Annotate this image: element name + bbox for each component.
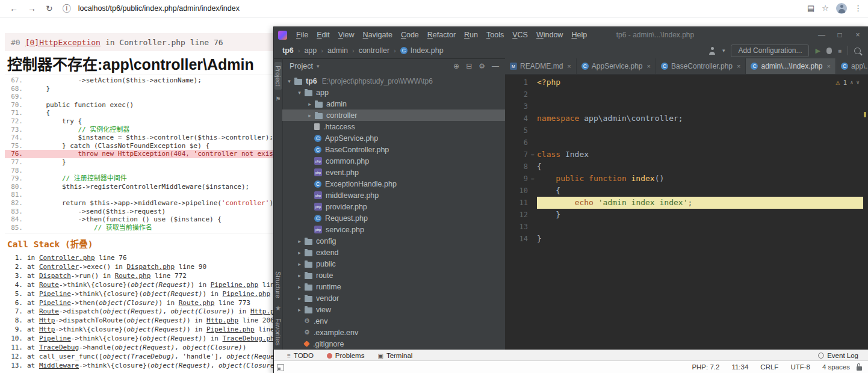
tree-item-tp6[interactable]: ▾tp6E:\project\phpstudy_pro\WWW\tp6 — [282, 75, 505, 87]
editor-tab-app[interactable]: Capp\...\× — [836, 58, 868, 74]
locate-target-icon[interactable]: ⊕ — [453, 62, 459, 70]
breadcrumb-tp6[interactable]: tp6 — [282, 46, 294, 55]
toolwindow-toggle-icon[interactable] — [277, 364, 284, 371]
forward-icon[interactable]: → — [28, 0, 36, 17]
hide-panel-icon[interactable]: — — [492, 62, 499, 70]
chevron-down-icon[interactable]: ▾ — [317, 63, 320, 69]
close-button[interactable]: × — [849, 27, 867, 43]
editor-line-9[interactable]: 9− public function index() — [505, 173, 868, 185]
inspections-widget[interactable]: ⚠ 1 ∧ ∨ — [835, 78, 860, 87]
editor-line-7[interactable]: 7−class Index — [505, 149, 868, 161]
breadcrumb-controller[interactable]: controller — [359, 46, 389, 55]
chevron-collapsed-icon[interactable]: ▸ — [306, 113, 313, 119]
tree-item-runtime[interactable]: ▸runtime — [282, 281, 505, 292]
editor-tab-basecontrollerphp[interactable]: CBaseController.php× — [656, 58, 746, 74]
editor-line-10[interactable]: 10 { — [505, 185, 868, 197]
fold-icon[interactable]: − — [528, 176, 537, 182]
project-stripe-button[interactable]: Project — [274, 62, 282, 90]
tree-item-env[interactable]: ⚙.env — [282, 315, 505, 327]
tree-item-exampleenv[interactable]: ⚙.example.env — [282, 327, 505, 338]
address-bar[interactable]: localhost/tp6/public/index.php/admin/ind… — [78, 4, 240, 13]
close-tab-icon[interactable]: × — [647, 63, 651, 70]
close-tab-icon[interactable]: × — [737, 63, 740, 70]
minimize-button[interactable]: — — [813, 27, 831, 43]
status-4spaces[interactable]: 4 spaces — [822, 363, 850, 371]
bookmark-icon[interactable]: ⚑ — [276, 96, 281, 102]
event-log-toolbutton[interactable]: Event Log — [818, 352, 858, 359]
chevron-collapsed-icon[interactable]: ▸ — [296, 250, 303, 256]
tree-item-view[interactable]: ▸view — [282, 304, 505, 315]
user-icon[interactable] — [708, 47, 716, 55]
chevron-collapsed-icon[interactable]: ▸ — [296, 284, 303, 290]
debug-button[interactable] — [826, 48, 832, 54]
chevron-collapsed-icon[interactable]: ▸ — [296, 261, 303, 267]
menu-window[interactable]: Window — [532, 29, 567, 40]
chevron-down-icon[interactable]: ▾ — [722, 48, 725, 54]
chevron-collapsed-icon[interactable]: ▸ — [296, 295, 303, 301]
structure-stripe-button[interactable]: Structure — [274, 271, 282, 298]
menu-file[interactable]: File — [292, 29, 312, 40]
favorites-star-icon[interactable]: ★ — [275, 304, 281, 312]
maximize-button[interactable]: □ — [831, 27, 849, 43]
close-tab-icon[interactable]: × — [827, 63, 831, 70]
menu-navigate[interactable]: Navigate — [359, 29, 397, 40]
search-everywhere-icon[interactable] — [854, 48, 861, 54]
tree-item-route[interactable]: ▸route — [282, 270, 505, 281]
tree-item-gitignore[interactable]: .gitignore — [282, 338, 505, 350]
tree-item-extend[interactable]: ▸extend — [282, 247, 505, 258]
tree-item-requestphp[interactable]: CRequest.php — [282, 212, 505, 224]
status-utf8[interactable]: UTF-8 — [790, 363, 810, 371]
prev-warning-icon[interactable]: ∧ — [850, 79, 853, 85]
run-button[interactable]: ▶ — [815, 47, 820, 55]
editor-line-5[interactable]: 5 — [505, 125, 868, 137]
menu-refactor[interactable]: Refactor — [423, 29, 460, 40]
editor-tab-adminindexphp[interactable]: Cadmin\...\Index.php× — [746, 58, 836, 74]
breadcrumb-app[interactable]: app — [304, 46, 317, 55]
editor-line-3[interactable]: 3 — [505, 100, 868, 113]
readonly-lock-icon[interactable] — [857, 366, 862, 371]
tree-item-basecontrollerphp[interactable]: CBaseController.php — [282, 144, 505, 155]
settings-gear-icon[interactable]: ⚙ — [479, 62, 485, 70]
terminal-toolbutton[interactable]: ▣ Terminal — [377, 352, 412, 359]
chevron-collapsed-icon[interactable]: ▸ — [296, 238, 303, 244]
menu-edit[interactable]: Edit — [312, 29, 334, 40]
close-tab-icon[interactable]: × — [567, 63, 571, 70]
project-panel-header[interactable]: Project ▾ ⊕⊟⚙— — [282, 58, 505, 74]
editor-tab-readmemd[interactable]: MREADME.md× — [505, 58, 577, 74]
menu-vcs[interactable]: VCS — [508, 29, 532, 40]
chevron-expanded-icon[interactable]: ▾ — [296, 90, 303, 96]
favorites-stripe-button[interactable]: Favorites — [274, 318, 282, 345]
ide-titlebar[interactable]: FileEditViewNavigateCodeRefactorRunTools… — [274, 27, 868, 43]
bookmark-star-icon[interactable]: ☆ — [822, 0, 829, 17]
profile-avatar[interactable] — [836, 3, 847, 14]
stop-button[interactable]: ■ — [838, 48, 842, 54]
editor-tab-appservicephp[interactable]: CAppService.php× — [577, 58, 656, 74]
chevron-collapsed-icon[interactable]: ▸ — [296, 307, 303, 313]
editor-line-8[interactable]: 8{ — [505, 161, 868, 173]
tree-item-admin[interactable]: ▸admin — [282, 98, 505, 109]
page-action-icon[interactable]: ▤ — [807, 0, 814, 17]
refresh-icon[interactable]: ↻ — [46, 0, 53, 17]
tree-item-appservicephp[interactable]: CAppService.php — [282, 132, 505, 144]
editor-line-14[interactable]: 14} — [505, 233, 868, 245]
status-crlf[interactable]: CRLF — [760, 363, 778, 371]
tree-item-controller[interactable]: ▸controller — [282, 109, 505, 121]
menu-help[interactable]: Help — [567, 29, 591, 40]
next-warning-icon[interactable]: ∨ — [857, 79, 860, 85]
tree-item-app[interactable]: ▾app — [282, 87, 505, 98]
back-icon[interactable]: ← — [10, 0, 18, 17]
tree-item-htaccess[interactable]: .htaccess — [282, 121, 505, 132]
editor-line-13[interactable]: 13 — [505, 221, 868, 233]
tree-item-commonphp[interactable]: phpcommon.php — [282, 155, 505, 167]
status-1134[interactable]: 11:34 — [731, 363, 748, 371]
editor-line-11[interactable]: 11 echo 'admin index index'; — [505, 197, 868, 209]
editor-line-6[interactable]: 6 — [505, 137, 868, 149]
editor-line-12[interactable]: 12 } — [505, 209, 868, 221]
editor-line-2[interactable]: 2 — [505, 88, 868, 100]
breadcrumb-indexphp[interactable]: CIndex.php — [400, 46, 444, 55]
browser-menu-icon[interactable]: ⋮ — [854, 0, 862, 17]
status-php72[interactable]: PHP: 7.2 — [692, 363, 719, 371]
menu-tools[interactable]: Tools — [482, 29, 508, 40]
editor-line-4[interactable]: 4namespace app\admin\controller; — [505, 113, 868, 125]
tree-item-middlewarephp[interactable]: phpmiddleware.php — [282, 190, 505, 201]
